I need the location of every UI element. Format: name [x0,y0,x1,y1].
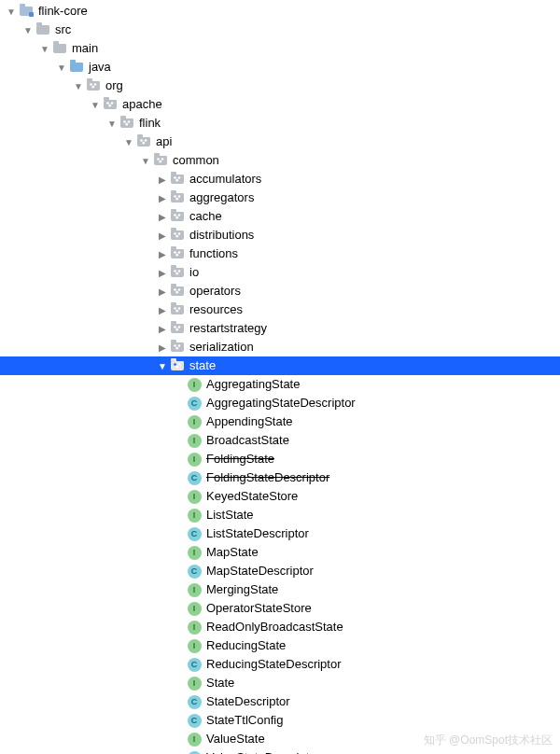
pkg-icon [170,340,185,355]
tree-node-label: apache [122,95,162,114]
tree-row[interactable]: CStateTtlConfig [0,711,560,730]
tree-node-label: flink [139,114,161,133]
tree-node-label: AppendingState [206,412,293,431]
tree-row[interactable]: ▶io [0,263,560,282]
tree-node-label: ReducingState [206,636,286,655]
tree-row[interactable]: CAggregatingStateDescriptor [0,394,560,412]
chevron-down-icon[interactable]: ▼ [73,80,84,91]
tree-row[interactable]: ▶aggregators [0,188,560,207]
tree-node-label: MergingState [206,580,278,599]
tree-row[interactable]: ▼state [0,356,560,375]
tree-node-label: accumulators [189,170,261,188]
tree-node-label: state [189,356,216,375]
tree-node-label: AggregatingState [206,375,300,394]
tree-row[interactable]: CReducingStateDescriptor [0,655,560,674]
tree-row[interactable]: IReadOnlyBroadcastState [0,618,560,636]
tree-row[interactable]: ▼flink-core [0,2,560,21]
interface-icon: I [187,582,202,597]
chevron-down-icon[interactable]: ▼ [123,136,134,147]
tree-row[interactable]: ▼common [0,151,560,170]
tree-row[interactable]: ▼main [0,39,560,58]
tree-row[interactable]: ▶accumulators [0,170,560,188]
chevron-right-icon[interactable]: ▶ [157,342,168,353]
folder-icon [52,41,67,56]
chevron-right-icon[interactable]: ▶ [157,286,168,297]
interface-icon: I [187,377,202,392]
interface-icon: I [187,452,202,467]
tree-row[interactable]: ▶operators [0,282,560,300]
tree-row[interactable]: IOperatorStateStore [0,599,560,618]
class-icon: C [187,694,202,709]
pkg-icon [170,284,185,299]
tree-row[interactable]: ▶restartstrategy [0,319,560,338]
tree-node-label: ListState [206,506,254,524]
tree-row[interactable]: ▶serialization [0,338,560,356]
tree-row[interactable]: IAggregatingState [0,375,560,394]
interface-icon: I [187,638,202,653]
interface-icon: I [187,433,202,448]
tree-row[interactable]: ▶resources [0,300,560,319]
tree-row[interactable]: ▼api [0,133,560,151]
tree-row[interactable]: ▼java [0,58,560,77]
tree-node-label: serialization [189,338,254,356]
tree-row[interactable]: IMergingState [0,580,560,599]
tree-node-label: operators [189,282,241,300]
chevron-right-icon[interactable]: ▶ [157,230,168,241]
tree-row[interactable]: IMapState [0,543,560,562]
chevron-right-icon[interactable]: ▶ [157,323,168,334]
tree-row[interactable]: IKeyedStateStore [0,487,560,506]
tree-row[interactable]: CStateDescriptor [0,692,560,711]
pkg-icon [170,246,185,261]
chevron-right-icon[interactable]: ▶ [157,211,168,222]
tree-node-label: resources [189,300,243,319]
chevron-right-icon[interactable]: ▶ [157,304,168,315]
tree-row[interactable]: IAppendingState [0,412,560,431]
chevron-right-icon[interactable]: ▶ [157,267,168,278]
tree-node-label: FoldingStateDescriptor [206,468,329,487]
chevron-down-icon[interactable]: ▼ [157,360,168,371]
tree-row[interactable]: IListState [0,506,560,524]
chevron-down-icon[interactable]: ▼ [140,155,151,166]
tree-row[interactable]: ▶functions [0,244,560,263]
chevron-down-icon[interactable]: ▼ [39,43,50,54]
tree-row[interactable]: IBroadcastState [0,431,560,450]
tree-row[interactable]: IReducingState [0,636,560,655]
pkg-icon [153,153,168,168]
class-icon: C [187,750,202,754]
tree-row[interactable]: CMapStateDescriptor [0,562,560,580]
tree-row[interactable]: CListStateDescriptor [0,524,560,543]
tree-node-label: aggregators [189,188,254,207]
tree-node-label: StateTtlConfig [206,711,283,730]
tree-node-label: AggregatingStateDescriptor [206,394,356,412]
chevron-down-icon[interactable]: ▼ [6,6,17,17]
chevron-right-icon[interactable]: ▶ [157,248,168,259]
project-tree[interactable]: ▼flink-core▼src▼main▼java▼org▼apache▼fli… [0,0,560,754]
tree-row[interactable]: ▼flink [0,114,560,133]
tree-row[interactable]: ▼src [0,21,560,39]
watermark: 知乎 @OomSpot技术社区 [424,733,553,748]
module-icon [19,4,34,19]
tree-row[interactable]: ▶distributions [0,226,560,244]
folder-icon [35,22,50,37]
tree-node-label: StateDescriptor [206,692,290,711]
chevron-right-icon[interactable]: ▶ [157,174,168,185]
tree-node-label: OperatorStateStore [206,599,312,618]
tree-row[interactable]: IFoldingState [0,450,560,468]
tree-row[interactable]: ▼org [0,77,560,95]
pkg-icon [170,302,185,317]
tree-row[interactable]: ▶cache [0,207,560,226]
tree-row[interactable]: ▼apache [0,95,560,114]
chevron-down-icon[interactable]: ▼ [56,62,67,73]
tree-row[interactable]: CValueStateDescriptor [0,748,560,754]
chevron-down-icon[interactable]: ▼ [22,24,34,35]
tree-node-label: io [189,263,199,282]
pkg-icon [170,265,185,280]
chevron-down-icon[interactable]: ▼ [106,118,118,129]
tree-row[interactable]: CFoldingStateDescriptor [0,468,560,487]
tree-row[interactable]: IState [0,674,560,692]
tree-node-label: src [55,21,71,39]
tree-node-label: MapStateDescriptor [206,562,314,580]
chevron-right-icon[interactable]: ▶ [157,192,168,203]
pkg-icon [170,209,185,224]
chevron-down-icon[interactable]: ▼ [90,99,101,110]
